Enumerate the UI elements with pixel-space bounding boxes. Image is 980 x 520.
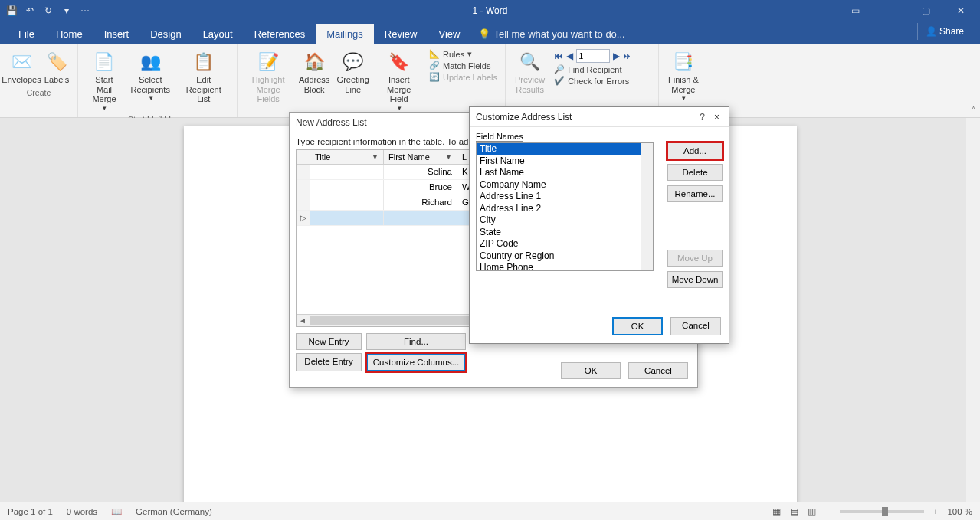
greeting-line-button[interactable]: 💬 Greeting Line [334,47,372,96]
check-errors-label: Check for Errors [568,77,629,86]
find-recipient-label: Find Recipient [568,65,621,74]
tab-review[interactable]: Review [374,24,428,44]
greeting-line-label: Greeting Line [337,75,369,94]
add-field-button[interactable]: Add... [667,142,723,159]
find-recipient-button[interactable]: 🔎Find Recipient [554,64,632,74]
insert-field-icon: 🔖 [388,49,409,75]
list-item[interactable]: Company Name [477,179,641,191]
field-names-label: Field Names [470,127,729,142]
move-down-button[interactable]: Move Down [667,271,723,288]
close-icon[interactable]: ✕ [951,5,971,16]
new-entry-button[interactable]: New Entry [296,333,362,350]
highlight-merge-fields-button: 📝 Highlight Merge Fields [242,47,294,106]
list-item[interactable]: Address Line 1 [477,191,641,203]
dialog2-cancel-button[interactable]: Cancel [670,317,721,335]
finish-merge-button[interactable]: 📑 Finish & Merge [664,47,703,104]
highlight-icon: 📝 [258,49,279,75]
tab-view[interactable]: View [428,24,470,44]
record-number-input[interactable] [576,49,610,63]
delete-entry-button[interactable]: Delete Entry [296,353,362,371]
status-words[interactable]: 0 words [67,507,97,516]
undo-icon[interactable]: ↶ [23,4,37,18]
col-first-label: First Name [388,152,430,162]
envelopes-button[interactable]: ✉️ Envelopes [5,47,38,87]
dropdown-icon[interactable]: ▼ [372,153,379,161]
minimize-icon[interactable]: — [880,5,900,16]
list-item[interactable]: Country or Region [477,250,641,263]
tab-insert[interactable]: Insert [93,24,140,44]
qat-touch-icon[interactable]: ⋯ [78,4,92,18]
select-recipients-button[interactable]: 👥 Select Recipients [127,47,174,104]
tab-design[interactable]: Design [139,24,192,44]
dropdown-icon[interactable]: ▼ [445,153,452,161]
tell-me-search[interactable]: 💡 Tell me what you want to do... [470,24,632,44]
address-block-button[interactable]: 🏠 Address Block [296,47,333,96]
start-mail-merge-button[interactable]: 📄 Start Mail Merge [83,47,126,113]
start-mail-merge-label: Start Mail Merge [87,75,121,104]
listbox-scrollbar[interactable] [641,143,653,270]
zoom-out-icon[interactable]: − [825,507,831,516]
share-button[interactable]: 👤 Share [917,23,972,40]
redo-icon[interactable]: ↻ [41,4,55,18]
check-icon: ✔️ [554,76,565,86]
list-item[interactable]: City [477,214,641,227]
recipients-icon: 👥 [140,49,161,75]
field-names-listbox[interactable]: TitleFirst NameLast NameCompany NameAddr… [476,142,654,271]
first-record-icon[interactable]: ⏮ [554,51,563,61]
tab-home[interactable]: Home [45,24,93,44]
list-item[interactable]: Address Line 2 [477,203,641,215]
list-item[interactable]: ZIP Code [477,238,641,250]
ribbon-display-icon[interactable]: ▭ [845,5,865,16]
list-item[interactable]: State [477,227,641,239]
group-create-label: Create [0,87,77,100]
vertical-scrollbar[interactable] [966,118,980,502]
qat-customize-icon[interactable]: ▾ [60,4,74,18]
update-labels-button: 🔄Update Labels [429,72,497,82]
tab-references[interactable]: References [244,24,316,44]
list-item[interactable]: Title [477,143,641,155]
print-layout-icon[interactable]: ▤ [790,506,798,517]
collapse-ribbon-icon[interactable]: ˄ [972,106,975,114]
check-errors-button[interactable]: ✔️Check for Errors [554,76,632,86]
list-item[interactable]: Last Name [477,167,641,179]
labels-button[interactable]: 🏷️ Labels [40,47,74,87]
insert-merge-field-button[interactable]: 🔖 Insert Merge Field [373,47,424,113]
list-item[interactable]: Home Phone [477,262,641,271]
scroll-left-icon[interactable]: ◄ [297,316,309,325]
dialog2-ok-button[interactable]: OK [612,317,663,335]
record-nav[interactable]: ⏮ ◀ ▶ ⏭ [554,49,632,63]
customize-columns-button[interactable]: Customize Columns... [366,353,466,371]
zoom-slider[interactable] [840,510,924,513]
next-record-icon[interactable]: ▶ [613,51,620,61]
rules-button[interactable]: 📐Rules ▾ [429,49,497,59]
match-fields-button[interactable]: 🔗Match Fields [429,61,497,70]
find-icon: 🔎 [554,64,565,74]
edit-recipient-list-button[interactable]: 📋 Edit Recipient List [175,47,232,106]
col-first-header[interactable]: First Name▼ [384,150,457,164]
zoom-level[interactable]: 100 % [947,507,972,516]
maximize-icon[interactable]: ▢ [916,5,936,16]
col-title-header[interactable]: Title▼ [310,150,384,164]
proofing-icon[interactable]: 📖 [111,506,122,517]
status-language[interactable]: German (Germany) [136,507,212,516]
read-mode-icon[interactable]: ▦ [772,506,781,517]
dialog1-ok-button[interactable]: OK [561,362,621,379]
last-record-icon[interactable]: ⏭ [623,51,632,61]
tab-layout[interactable]: Layout [192,24,244,44]
delete-field-button[interactable]: Delete [667,164,723,181]
dialog2-close-icon[interactable]: × [711,112,723,123]
web-layout-icon[interactable]: ▥ [808,506,816,517]
dialog2-help-icon[interactable]: ? [693,112,711,123]
dialog1-cancel-button[interactable]: Cancel [628,362,688,379]
prev-record-icon[interactable]: ◀ [566,51,573,61]
mailmerge-icon: 📄 [93,49,114,75]
status-page[interactable]: Page 1 of 1 [8,507,53,516]
save-icon[interactable]: 💾 [5,4,18,18]
insert-merge-field-label: Insert Merge Field [378,75,420,104]
find-button[interactable]: Find... [366,333,466,350]
tab-mailings[interactable]: Mailings [316,24,374,44]
list-item[interactable]: First Name [477,155,641,168]
rename-field-button[interactable]: Rename... [667,185,723,202]
tab-file[interactable]: File [8,24,45,44]
zoom-in-icon[interactable]: + [933,507,939,516]
